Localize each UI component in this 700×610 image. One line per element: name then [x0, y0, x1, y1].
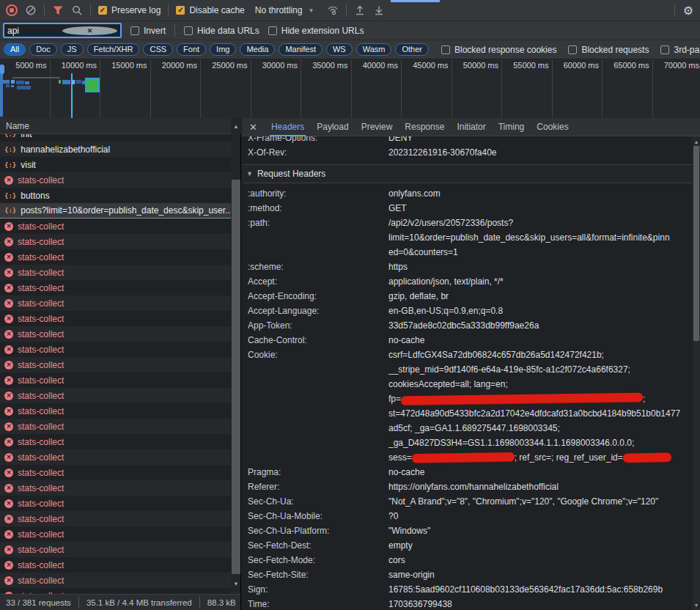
filter-chip-ws[interactable]: WS — [326, 43, 353, 56]
waterfall-bar — [25, 81, 29, 84]
request-row[interactable]: ✕stats-collect — [0, 403, 231, 419]
request-failed-icon: ✕ — [4, 438, 13, 447]
request-row[interactable]: {:}buttons — [0, 188, 231, 203]
header-value-line: _ga_D4827DS3H4=GS1.1.1698003344.1.1.1698… — [388, 436, 690, 450]
detail-scroll-down-arrow[interactable]: ▼ — [693, 600, 700, 609]
network-overview[interactable]: 5000 ms10000 ms15000 ms20000 ms25000 ms3… — [0, 59, 700, 119]
request-row[interactable]: ✕stats-collect — [0, 465, 231, 480]
timeline-tick-label: 40000 ms — [352, 59, 402, 118]
request-row[interactable]: ✕stats-collect — [0, 295, 231, 311]
header-value-line: 16785:5aad9602cf110608b03133de563642fac1… — [388, 582, 690, 597]
request-row[interactable]: ✕stats-collect — [0, 280, 231, 295]
list-scroll-down-arrow[interactable]: ▼ — [231, 576, 241, 591]
filter-chip-manifest[interactable]: Manifest — [279, 43, 323, 56]
request-name: stats-collect — [18, 329, 64, 339]
request-row[interactable]: ✕stats-collect — [0, 496, 231, 511]
request-failed-icon: ✕ — [4, 284, 13, 293]
request-row[interactable]: ✕stats-collect — [0, 526, 231, 542]
filter-chip-css[interactable]: CSS — [143, 43, 173, 56]
request-row[interactable]: ✕stats-collect — [0, 449, 231, 465]
header-name: Sec-Fetch-Dest: — [248, 538, 388, 553]
request-row[interactable]: ✕stats-collect — [0, 480, 231, 496]
request-row[interactable]: ✕stats-collect — [0, 265, 231, 280]
request-row[interactable]: ✕stats-collect — [0, 357, 231, 372]
request-row[interactable]: ✕stats-collect — [0, 511, 231, 526]
filter-icon[interactable] — [52, 4, 64, 16]
header-value-line: empty — [388, 538, 690, 553]
request-failed-icon: ✕ — [4, 268, 13, 277]
name-column-header[interactable]: Name — [0, 118, 241, 134]
request-row[interactable]: ✕stats-collect — [0, 311, 231, 326]
overview-drag-knob[interactable] — [0, 65, 4, 74]
filter-chip-js[interactable]: JS — [61, 43, 84, 56]
timeline-tick-label: 30000 ms — [251, 59, 302, 118]
request-row[interactable]: {:}visit — [0, 157, 231, 172]
filter-chip-img[interactable]: Img — [210, 43, 236, 56]
header-value-line: DENY — [388, 136, 690, 145]
request-row[interactable]: ✕stats-collect — [0, 588, 231, 594]
request-row[interactable]: {:}posts?limit=10&order=publish_date_des… — [0, 203, 231, 218]
request-name: stats-collect — [18, 576, 64, 586]
preserve-log-checkbox[interactable]: ✓ Preserve log — [98, 5, 161, 15]
hide-data-urls-checkbox[interactable]: Hide data URLs — [184, 26, 259, 36]
request-row[interactable]: ✕stats-collect — [0, 372, 231, 388]
tab-timing[interactable]: Timing — [498, 118, 525, 136]
request-row[interactable]: {:}hannahelizabethofficial — [0, 142, 231, 157]
request-row[interactable]: ✕stats-collect — [0, 542, 231, 557]
checkbox-blocked-response-cookies[interactable]: Blocked response cookies — [441, 45, 556, 55]
checkbox-blocked-requests[interactable]: Blocked requests — [568, 45, 649, 55]
request-row[interactable]: {:}init — [0, 134, 231, 142]
throttling-dropdown[interactable]: No throttling ▼ — [255, 5, 314, 15]
tab-response[interactable]: Response — [405, 118, 444, 136]
tab-preview[interactable]: Preview — [361, 118, 393, 136]
request-row[interactable]: ✕stats-collect — [0, 234, 231, 249]
tab-cookies[interactable]: Cookies — [537, 118, 568, 136]
filter-input[interactable]: api ✕ — [3, 23, 122, 38]
list-scrollbar[interactable]: ▼ — [231, 134, 241, 594]
request-row[interactable]: ✕stats-collect — [0, 218, 231, 234]
filter-chip-media[interactable]: Media — [240, 43, 275, 56]
request-row[interactable]: ✕stats-collect — [0, 419, 231, 434]
detail-scrollbar[interactable]: ▲ ▼ — [693, 136, 700, 610]
request-row[interactable]: ✕stats-collect — [0, 342, 231, 357]
tab-payload[interactable]: Payload — [317, 118, 348, 136]
filter-chip-all[interactable]: All — [4, 43, 26, 56]
disable-cache-checkbox[interactable]: ✓ Disable cache — [176, 5, 244, 15]
request-name: stats-collect — [18, 283, 64, 293]
request-row[interactable]: ✕stats-collect — [0, 557, 231, 573]
import-har-icon[interactable] — [354, 4, 366, 16]
settings-gear-icon[interactable]: ⚙ — [682, 4, 694, 16]
header-value: onlyfans.com — [388, 186, 690, 201]
request-row[interactable]: ✕stats-collect — [0, 388, 231, 403]
clear-filter-icon[interactable]: ✕ — [62, 26, 117, 35]
list-scrollbar-thumb[interactable] — [232, 180, 240, 574]
detail-scroll-up-arrow[interactable]: ▲ — [693, 137, 700, 146]
list-scroll-up-arrow[interactable]: ▲ — [231, 118, 241, 134]
request-row[interactable]: ✕stats-collect — [0, 172, 231, 188]
export-har-icon[interactable] — [373, 4, 385, 16]
tab-headers[interactable]: Headers — [271, 118, 304, 136]
network-conditions-icon[interactable] — [327, 4, 339, 16]
clear-button[interactable] — [25, 4, 37, 16]
chevron-down-icon: ▼ — [308, 7, 314, 14]
filter-chip-doc[interactable]: Doc — [29, 43, 57, 56]
close-icon[interactable]: ✕ — [249, 122, 257, 133]
filter-chip-font[interactable]: Font — [177, 43, 206, 56]
filter-chip-other[interactable]: Other — [395, 43, 429, 56]
request-row[interactable]: ✕stats-collect — [0, 573, 231, 588]
request-headers-section[interactable]: ▼ Request Headers — [242, 164, 693, 183]
invert-checkbox[interactable]: Invert — [130, 26, 166, 36]
filter-chip-fetch-xhr[interactable]: Fetch/XHR — [87, 43, 140, 56]
request-row[interactable]: ✕stats-collect — [0, 249, 231, 265]
filter-query-text: api — [7, 26, 62, 36]
checkbox-3rd-party-requests[interactable]: 3rd-party requests — [660, 45, 700, 55]
detail-scrollbar-thumb[interactable] — [693, 146, 699, 341]
hide-extension-urls-checkbox[interactable]: Hide extension URLs — [268, 26, 364, 36]
request-row[interactable]: ✕stats-collect — [0, 326, 231, 342]
record-button[interactable] — [6, 4, 18, 16]
checkbox-unchecked-icon — [184, 26, 193, 35]
filter-chip-wasm[interactable]: Wasm — [356, 43, 392, 56]
request-row[interactable]: ✕stats-collect — [0, 434, 231, 449]
tab-initiator[interactable]: Initiator — [457, 118, 485, 136]
search-icon[interactable] — [71, 4, 83, 16]
